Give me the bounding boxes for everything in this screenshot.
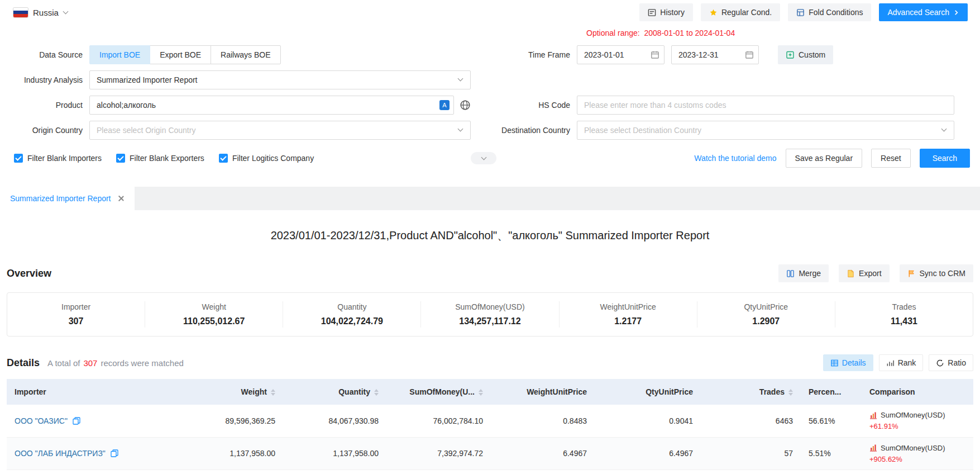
- total-suffix: records were matched: [101, 358, 183, 368]
- regular-cond-button[interactable]: Regular Cond.: [701, 3, 780, 21]
- total-prefix: A total of: [47, 358, 80, 368]
- data-source-label: Data Source: [0, 50, 89, 59]
- fold-conditions-button[interactable]: Fold Conditions: [788, 3, 871, 21]
- filter-blank-importers-checkbox[interactable]: Filter Blank Importers: [14, 154, 102, 163]
- industry-analysis-label: Industry Analysis: [0, 75, 89, 84]
- date-to-wrap: [671, 45, 759, 64]
- checkbox-checked-icon: [116, 154, 125, 163]
- chevron-down-icon: [481, 154, 486, 160]
- col-comparison: Comparison: [862, 379, 973, 405]
- tab-label: Summarized Importer Report: [10, 194, 111, 203]
- stat-importer: Importer 307: [7, 301, 145, 328]
- view-details-button[interactable]: Details: [823, 354, 873, 371]
- checkbox-checked-icon: [14, 154, 23, 163]
- optional-range-hint: Optional range: 2008-01-01 to 2024-01-04: [586, 27, 980, 39]
- stat-label: SumOfMoney(USD): [421, 302, 558, 311]
- origin-country-select[interactable]: Please select Origin Country: [89, 121, 471, 140]
- product-label: Product: [0, 101, 89, 110]
- chevron-down-icon: [63, 9, 68, 15]
- product-input-wrap: A: [89, 96, 454, 115]
- merge-icon: [786, 269, 795, 278]
- tab-summarized-importer-report[interactable]: Summarized Importer Report: [0, 187, 135, 210]
- close-icon[interactable]: [118, 195, 125, 202]
- stat-label: Weight: [145, 302, 283, 311]
- tutorial-demo-link[interactable]: Watch the tutorial demo: [694, 154, 776, 163]
- data-source-tabs: Import BOE Export BOE Railways BOE: [89, 45, 281, 64]
- sort-icon: [271, 389, 275, 396]
- col-quantity[interactable]: Quantity: [283, 379, 386, 405]
- product-input[interactable]: [89, 96, 454, 115]
- comparison-change: +61.91%: [869, 422, 965, 430]
- russia-flag-icon: [13, 8, 28, 17]
- copy-icon[interactable]: [111, 449, 118, 457]
- col-sum-of-money[interactable]: SumOfMoney(U...: [386, 379, 491, 405]
- search-button[interactable]: Search: [920, 149, 970, 168]
- col-weight[interactable]: Weight: [177, 379, 283, 405]
- export-icon: [847, 269, 855, 278]
- overview-header: Overview Merge Export Sync to CRM: [7, 264, 973, 282]
- custom-range-button[interactable]: Custom: [778, 45, 833, 64]
- overview-actions: Merge Export Sync to CRM: [778, 264, 973, 282]
- export-button[interactable]: Export: [839, 264, 889, 282]
- qty-unit-price-cell: 0.9041: [595, 405, 701, 437]
- stat-trades: Trades 11,431: [835, 301, 973, 328]
- col-trades[interactable]: Trades: [701, 379, 801, 405]
- language-globe-button[interactable]: [460, 99, 471, 111]
- percent-cell: 5.51%: [801, 437, 862, 470]
- history-label: History: [660, 8, 685, 17]
- trades-cell: 6463: [701, 405, 801, 437]
- stat-value: 110,255,012.67: [145, 316, 283, 326]
- sort-icon: [788, 389, 793, 396]
- view-ratio-button[interactable]: Ratio: [929, 354, 973, 371]
- regular-cond-label: Regular Cond.: [721, 8, 772, 17]
- table-header-row: Importer Weight Quantity SumOfMoney(U...…: [7, 379, 973, 405]
- importer-link[interactable]: ООО "ОАЗИС": [15, 416, 80, 425]
- view-rank-button[interactable]: Rank: [879, 354, 924, 371]
- stat-label: WeightUnitPrice: [560, 302, 697, 311]
- result-tabbar: Summarized Importer Report: [0, 187, 980, 210]
- stat-value: 1.2177: [560, 316, 697, 326]
- tab-railways-boe[interactable]: Railways BOE: [211, 45, 280, 64]
- hs-code-label: HS Code: [471, 101, 577, 110]
- tab-import-boe[interactable]: Import BOE: [89, 45, 150, 64]
- filter-blank-exporters-checkbox[interactable]: Filter Blank Exporters: [116, 154, 204, 163]
- sum-of-money-cell: 76,002,784.10: [386, 405, 491, 437]
- checkbox-checked-icon: [219, 154, 228, 163]
- chevron-down-icon: [458, 76, 463, 82]
- copy-icon[interactable]: [73, 417, 80, 425]
- stat-sum-of-money: SumOfMoney(USD) 134,257,117.12: [421, 301, 559, 328]
- collapse-form-button[interactable]: [471, 152, 496, 164]
- tab-export-boe[interactable]: Export BOE: [150, 45, 211, 64]
- trend-chart-icon[interactable]: [869, 411, 877, 419]
- advanced-search-button[interactable]: Advanced Search: [879, 3, 968, 21]
- svg-text:A: A: [442, 102, 447, 108]
- calendar-icon: [651, 50, 659, 59]
- importer-link[interactable]: ООО "ЛАБ ИНДАСТРИЗ": [15, 449, 118, 458]
- reset-button[interactable]: Reset: [871, 149, 911, 168]
- custom-calendar-icon: [786, 50, 795, 59]
- stat-value: 307: [7, 316, 145, 326]
- destination-country-select[interactable]: Please select Destination Country: [577, 121, 954, 140]
- star-icon: [709, 8, 718, 17]
- hs-code-input[interactable]: [577, 96, 954, 115]
- table-row: ООО "ЛАБ ИНДАСТРИЗ" 1,137,958.00 1,137,9…: [7, 437, 973, 470]
- filter-logistics-company-checkbox[interactable]: Filter Logitics Company: [219, 154, 314, 163]
- details-grid-icon: [830, 359, 839, 367]
- chevron-down-icon: [458, 126, 463, 132]
- translate-icon[interactable]: A: [439, 100, 450, 110]
- country-selector[interactable]: Russia: [13, 8, 68, 17]
- view-rank-label: Rank: [898, 358, 916, 367]
- merge-button[interactable]: Merge: [778, 264, 829, 282]
- trend-chart-icon[interactable]: [869, 444, 877, 452]
- weight-unit-price-cell: 0.8483: [491, 405, 595, 437]
- comparison-metric: SumOfMoney(USD): [881, 411, 945, 419]
- comparison-change: +905.62%: [869, 455, 965, 463]
- search-form: Optional range: 2008-01-01 to 2024-01-04…: [0, 25, 980, 168]
- save-as-regular-button[interactable]: Save as Regular: [786, 149, 863, 168]
- stat-qty-unit-price: QtyUnitPrice 1.2907: [697, 301, 835, 328]
- sync-to-crm-button[interactable]: Sync to CRM: [900, 264, 973, 282]
- industry-analysis-select[interactable]: Summarized Importer Report: [89, 70, 471, 89]
- history-button[interactable]: History: [639, 3, 693, 21]
- importer-name: ООО "ЛАБ ИНДАСТРИЗ": [15, 449, 106, 458]
- filter-blank-exporters-label: Filter Blank Exporters: [130, 154, 204, 163]
